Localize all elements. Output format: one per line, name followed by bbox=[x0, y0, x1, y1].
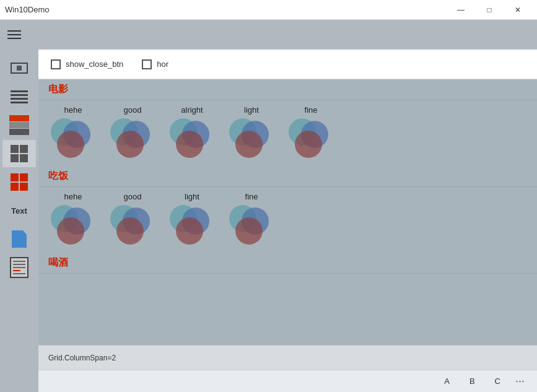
movie-label-good: good bbox=[124, 105, 142, 115]
footer-bar: A B C ··· bbox=[38, 370, 537, 392]
eat-item-good: good bbox=[108, 192, 157, 245]
toolbar-checkbox-show-close: show_close_btn bbox=[51, 59, 123, 69]
title-bar: Win10Demo — □ ✕ bbox=[0, 0, 537, 20]
text-icon: Text bbox=[11, 206, 27, 216]
window-controls: — □ ✕ bbox=[447, 0, 532, 20]
movie-item-light: light bbox=[227, 105, 276, 159]
minimize-button[interactable]: — bbox=[447, 0, 475, 20]
venn-8 bbox=[167, 205, 217, 245]
circle-red-3 bbox=[176, 131, 203, 158]
maximize-button[interactable]: □ bbox=[475, 0, 504, 20]
toolbar: show_close_btn hor bbox=[38, 50, 537, 79]
venn-7 bbox=[108, 205, 157, 245]
circle-red-2 bbox=[116, 131, 144, 158]
lines-icon bbox=[11, 90, 28, 103]
venn-5 bbox=[286, 118, 336, 159]
hamburger-line-1 bbox=[7, 30, 21, 32]
menu-bar bbox=[0, 20, 537, 50]
sidebar-item-grid[interactable] bbox=[2, 140, 36, 167]
grid-cell-3 bbox=[11, 154, 19, 162]
content-wrapper: 电影 hehe good bbox=[38, 79, 537, 370]
grid2-cell-3 bbox=[11, 183, 19, 191]
grid2-cell-1 bbox=[11, 173, 19, 181]
sidebar-item-text[interactable]: Text bbox=[2, 197, 36, 224]
hamburger-menu[interactable] bbox=[7, 30, 21, 39]
movie-item-good: good bbox=[108, 105, 157, 159]
venn-1 bbox=[48, 118, 98, 159]
section-eat-header: 吃饭 bbox=[38, 166, 537, 187]
eat-item-fine: fine bbox=[227, 192, 276, 245]
hamburger-line-2 bbox=[7, 34, 21, 35]
venn-4 bbox=[227, 118, 276, 159]
circle-red-4 bbox=[235, 131, 263, 158]
circle-red-9 bbox=[235, 217, 263, 245]
venn-9 bbox=[227, 205, 276, 245]
file-icon bbox=[12, 230, 27, 248]
grid2-cell-4 bbox=[20, 183, 28, 191]
stack-bot bbox=[9, 129, 29, 135]
section-drink-header: 喝酒 bbox=[38, 253, 537, 274]
section-gap-2 bbox=[38, 248, 537, 253]
footer-tab-a[interactable]: A bbox=[437, 374, 457, 388]
show-close-btn-checkbox[interactable] bbox=[51, 59, 61, 69]
section-drink-content bbox=[38, 274, 537, 292]
main-area: Text show bbox=[0, 50, 537, 392]
venn-2 bbox=[108, 118, 157, 159]
eat-label-hehe: hehe bbox=[64, 192, 82, 201]
footer-tab-c[interactable]: C bbox=[487, 374, 508, 388]
stack-icon bbox=[9, 115, 29, 135]
grid-icon bbox=[11, 145, 28, 162]
close-button[interactable]: ✕ bbox=[504, 0, 532, 20]
toolbar-checkbox-hor: hor bbox=[142, 59, 168, 69]
movie-label-light: light bbox=[244, 105, 259, 115]
doc-line-red bbox=[13, 270, 20, 271]
box-icon-inner bbox=[17, 66, 22, 71]
show-close-btn-label: show_close_btn bbox=[66, 59, 123, 69]
hor-checkbox[interactable] bbox=[142, 59, 152, 69]
sidebar-item-box[interactable] bbox=[2, 54, 36, 82]
doc-line-3 bbox=[13, 267, 25, 268]
app-body: Text show bbox=[0, 20, 537, 392]
movie-label-fine: fine bbox=[305, 105, 318, 115]
sidebar-item-file[interactable] bbox=[2, 225, 36, 253]
section-gap-1 bbox=[38, 161, 537, 166]
sidebar-item-lines[interactable] bbox=[2, 83, 36, 110]
doc-icon bbox=[10, 257, 28, 278]
eat-label-fine: fine bbox=[245, 192, 258, 201]
box-icon bbox=[11, 63, 28, 74]
venn-6 bbox=[48, 205, 98, 245]
sidebar-item-stack[interactable] bbox=[2, 111, 36, 139]
movie-label-alright: alright bbox=[181, 105, 203, 115]
line-2 bbox=[11, 94, 28, 96]
status-text: Grid.ColumnSpan=2 bbox=[48, 354, 116, 362]
doc-line-2 bbox=[13, 264, 25, 265]
eat-label-light: light bbox=[185, 192, 199, 201]
line-3 bbox=[11, 98, 28, 100]
footer-tab-b[interactable]: B bbox=[462, 374, 482, 388]
movie-item-fine: fine bbox=[286, 105, 336, 159]
line-4 bbox=[11, 102, 28, 103]
section-movie-items: hehe good bbox=[38, 100, 537, 161]
circle-red-8 bbox=[176, 217, 203, 245]
section-movie-header: 电影 bbox=[38, 79, 537, 100]
status-bar: Grid.ColumnSpan=2 bbox=[38, 345, 537, 370]
circle-red-1 bbox=[57, 131, 84, 158]
eat-item-light: light bbox=[167, 192, 217, 245]
sidebar-item-doc[interactable] bbox=[2, 254, 36, 281]
sidebar: Text bbox=[0, 50, 38, 392]
movie-item-alright: alright bbox=[167, 105, 217, 159]
footer-more-button[interactable]: ··· bbox=[513, 375, 527, 388]
hamburger-line-3 bbox=[7, 38, 21, 39]
eat-label-good: good bbox=[124, 192, 142, 201]
eat-item-hehe: hehe bbox=[48, 192, 98, 245]
grid-cell-2 bbox=[20, 145, 28, 153]
app-title: Win10Demo bbox=[5, 5, 50, 14]
circle-red-5 bbox=[295, 131, 322, 158]
grid-cell-1 bbox=[11, 145, 19, 153]
grid2-cell-2 bbox=[20, 173, 28, 181]
hor-label: hor bbox=[157, 59, 168, 69]
sidebar-item-grid2[interactable] bbox=[2, 168, 36, 196]
movie-label-hehe: hehe bbox=[64, 105, 82, 115]
content-panel[interactable]: 电影 hehe good bbox=[38, 79, 537, 345]
stack-mid bbox=[9, 122, 29, 128]
